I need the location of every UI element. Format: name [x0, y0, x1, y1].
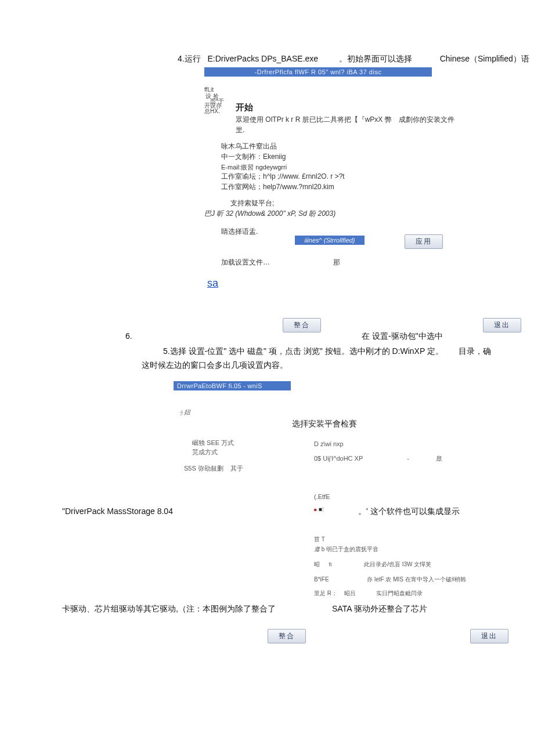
win1-side-xiHX: 总HX.: [204, 108, 220, 114]
step4-lang: Chinese（Simplified）语: [440, 54, 529, 63]
win2-left-l1: 崛独 SEE 万式: [192, 439, 234, 447]
note1a: "DriverPack MassStorage 8.04: [62, 505, 173, 518]
win2-row2: B*iFE 亦 letF 农 MIS 在宵中导入一个破#梢韩: [314, 576, 534, 584]
win1-titlebar: -DrfrerPflcfa flWF R 05" wnl? iBA 37 dis…: [204, 67, 432, 77]
exit-button-1[interactable]: 退出: [483, 318, 521, 332]
step4-dot: 。初始界面可以选择: [339, 54, 412, 63]
win2-left-l3a: S5S 弥劭敍删: [184, 465, 223, 472]
win2-row3b: 昭吕: [344, 590, 356, 596]
step4-line: 4.运行 E:DriverPacks DPs_BASE.exe 。初始界面可以选…: [178, 52, 534, 65]
page: 4.运行 E:DriverPacks DPs_BASE.exe 。初始界面可以选…: [0, 0, 534, 756]
win2-r-t: 苜 T: [314, 536, 325, 544]
win1-l9: 巴J 昕 32 (Whdow& 2000" xP, Sd 盼 2003): [204, 208, 335, 219]
win2-r-l4: ■:: [314, 506, 324, 512]
win2-row1b: ft: [329, 562, 332, 567]
win2-row1c: 此目录必/也盲 I3W 文憚芙: [364, 561, 431, 567]
language-dropdown[interactable]: iiines^ (Strrollfied): [295, 236, 365, 245]
win1-side-ffLit: ffLit: [204, 87, 214, 93]
win2-row1a: 昭: [314, 561, 320, 567]
win1-na: 那: [333, 256, 340, 268]
step4-prefix: 4.运行: [178, 54, 201, 63]
win2-heading: 选拝安装平會检賽: [292, 419, 357, 429]
step6-num: 6.: [125, 330, 132, 342]
win2-left-l2: 芫成方式: [192, 448, 218, 457]
apply-button[interactable]: 应用: [405, 234, 443, 249]
win1-line1: 眾迎使用 OlTPr k r R 脏已比二具将把【『wPxX 弊 成劃你的安装文…: [236, 114, 503, 125]
win1-l6: 工作室谕坛；h^lp ;//www. £rnnl2O. r >?t: [221, 171, 345, 182]
win2-r-l1: D z\wi nxp: [314, 440, 344, 447]
win2-left-l3: S5S 弥劭敍删 其于: [184, 464, 243, 473]
note2a: 卡驱动、芯片组驱动等其它驱动,（注：本图例为除了整合了: [62, 602, 276, 615]
win2-r-t2b: b 明已于盒的震抚平音: [320, 546, 378, 552]
step4-path: E:DriverPacks DPs_BASE.exe: [207, 54, 318, 63]
step5-l1a: 5.选择 设置-位置" 选中 磁盘" 项，点击 浏览" 按钮。选中刚才的 D:W…: [163, 346, 443, 356]
win2-row2a: B*iFE: [314, 576, 329, 583]
integrate-button-2[interactable]: 整合: [268, 629, 306, 643]
win2-row3: 里足 R： 昭吕 实日門昭盘毗闫录: [314, 589, 523, 598]
integrate-button-1[interactable]: 整合: [283, 318, 321, 332]
win2-r-t2a: 遵: [314, 546, 320, 552]
win2-row3c: 实日門昭盘毗闫录: [376, 590, 423, 596]
win2-r-l2b: -: [407, 455, 409, 462]
win2-r-l2: 0$ Uij'I^doHC XP - 臮: [314, 454, 471, 463]
win2-r-t2: 遵 b 明已于盒的震抚平音: [314, 545, 378, 554]
step5-line2: 这时候左边的窗口会多出几项设置内容。: [142, 359, 288, 371]
win1-select-lang-label: 睛选择语盂.: [221, 226, 258, 237]
win1-load-settings[interactable]: 加载设置文件…: [221, 256, 270, 268]
win1-l7: 工作室网站；help7/www.?mnl20.kim: [221, 181, 334, 193]
step5-line1: 5.选择 设置-位置" 选中 磁盘" 项，点击 浏览" 按钮。选中刚才的 D:W…: [163, 345, 534, 357]
win1-l3: 咏木乌工件窒出品: [221, 140, 277, 152]
win2-titlebar: DrrwrPaEtoBWF fi.05 - wniS: [174, 381, 291, 390]
win2-row1: 昭 ft 此目录必/也盲 I3W 文憚芙: [314, 560, 523, 569]
win1-l8: 支持索疑平台;: [230, 197, 274, 209]
note1b: 。' 这个软件也可以集成显示: [358, 505, 460, 518]
win2-r-l2c: 臮: [436, 455, 442, 462]
win2-side-btn: ぅ妞: [178, 408, 190, 417]
win2-row2b: 亦 letF 农 MIS 在宵中导入一个破#梢韩: [367, 576, 466, 583]
win1-l1b: 成劃你的安装文件: [399, 115, 454, 124]
note2b: SATA 驱动外还整合了芯片: [332, 602, 427, 615]
win2-r-l2a: 0$ Uij'I^doHC XP: [314, 455, 363, 462]
win1-l1a: 眾迎使用 OlTPr k r R 脏已比二具将把【『wPxX 弊: [236, 115, 392, 124]
win1-l4: 中一文制祚：Ekeniig: [221, 151, 286, 162]
exit-button-2[interactable]: 退出: [470, 629, 508, 643]
step6-suffix: 在 设置-驱动包"中选中: [362, 330, 443, 342]
win2-left-l3b: 其于: [230, 465, 243, 472]
win2-r-l3: (.EtfE: [314, 493, 330, 500]
step5-l1b: 目录，确: [459, 346, 491, 356]
win1-l2: 里.: [236, 124, 244, 136]
win1-heading: 开始: [236, 102, 253, 113]
win2-row3a: 里足 R：: [314, 590, 337, 596]
sa-link[interactable]: sa: [207, 277, 218, 290]
